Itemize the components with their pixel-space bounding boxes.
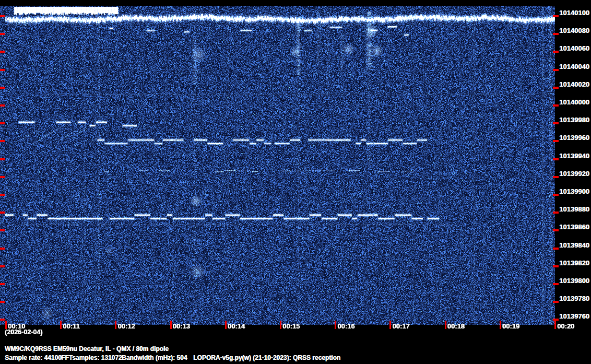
spectrogram-waterfall: [0, 0, 555, 325]
qrss-grabber-window: 1014010010140080101400601014004010140020…: [0, 0, 591, 364]
freq-tick-right: [553, 51, 559, 53]
time-axis-label: 00:14: [228, 322, 245, 330]
freq-tick-left: [0, 319, 5, 321]
freq-axis-label: 10139980: [559, 116, 589, 124]
freq-axis-label: 10140020: [559, 80, 589, 88]
time-axis-label: 00:20: [557, 322, 574, 330]
freq-axis-label: 10139920: [559, 170, 589, 178]
time-axis-label: 00:11: [63, 322, 80, 330]
fft-samples-label: FFTsamples: 131072: [61, 354, 122, 361]
time-tick: [60, 321, 62, 329]
freq-tick-left: [0, 283, 5, 285]
freq-tick-right: [553, 248, 559, 250]
freq-axis-label: 10140080: [559, 27, 589, 34]
time-tick: [335, 321, 336, 329]
time-tick: [280, 321, 281, 329]
time-axis-label: 00:19: [502, 322, 519, 330]
freq-tick-left: [0, 140, 5, 142]
freq-tick-left: [0, 122, 5, 124]
freq-tick-right: [553, 176, 559, 178]
freq-axis-label: 10140040: [559, 63, 589, 71]
freq-tick-left: [0, 265, 5, 267]
freq-tick-left: [0, 51, 5, 53]
time-axis-label: 00:12: [117, 322, 135, 330]
freq-axis-label: 10139760: [559, 312, 589, 320]
bandwidth-label: Bandwidth (mHz): 504: [122, 354, 187, 361]
freq-tick-left: [0, 194, 5, 196]
sample-rate-label: Sample rate: 44100: [5, 354, 62, 361]
freq-tick-left: [0, 69, 5, 71]
freq-axis-label: 10139940: [559, 152, 589, 160]
time-axis-label: 00:18: [447, 322, 465, 330]
time-tick: [5, 321, 7, 329]
freq-tick-left: [0, 301, 5, 303]
freq-tick-right: [553, 104, 559, 107]
freq-tick-left: [0, 176, 5, 178]
freq-tick-right: [553, 158, 559, 160]
time-tick: [170, 321, 172, 329]
freq-axis-label: 10139880: [559, 205, 589, 213]
freq-tick-left: [0, 158, 5, 160]
freq-axis-label: 10139780: [559, 295, 589, 302]
freq-axis-label: 10139820: [559, 259, 589, 267]
freq-tick-right: [553, 283, 559, 285]
freq-tick-left: [0, 33, 5, 35]
freq-tick-right: [553, 15, 559, 17]
freq-axis-label: 10139860: [559, 223, 589, 231]
freq-axis-label: 10139900: [559, 187, 589, 195]
freq-tick-left: [0, 212, 5, 214]
freq-tick-right: [553, 229, 559, 231]
freq-tick-left: [0, 248, 5, 250]
freq-tick-left: [0, 104, 5, 107]
station-info: WM9C/KQ9RSS EM59nu Decatur, IL - QMX / 8…: [5, 345, 169, 353]
freq-tick-left: [0, 229, 5, 231]
freq-tick-right: [553, 140, 559, 142]
time-tick: [500, 321, 501, 329]
freq-tick-right: [553, 301, 559, 303]
software-version-label: LOPORA-v5g.py(w) (21-10-2023): QRSS rece…: [193, 354, 340, 361]
time-tick: [389, 321, 391, 329]
freq-axis-label: 10140000: [559, 98, 589, 106]
freq-tick-right: [553, 69, 559, 71]
time-tick: [554, 321, 556, 329]
freq-tick-right: [553, 194, 559, 196]
freq-axis-label: 10139800: [559, 277, 589, 285]
freq-tick-right: [553, 122, 559, 124]
freq-tick-right: [553, 265, 559, 267]
time-tick: [225, 321, 227, 329]
freq-tick-right: [553, 212, 559, 214]
time-axis-label: 00:15: [282, 322, 300, 330]
freq-tick-right: [553, 33, 559, 35]
freq-tick-left: [0, 15, 5, 17]
time-tick: [115, 321, 116, 329]
freq-axis-label: 10139960: [559, 134, 589, 142]
time-axis-label: 00:16: [337, 322, 354, 330]
time-axis-label: 00:13: [173, 322, 190, 330]
time-axis-label: 00:17: [392, 322, 409, 330]
freq-axis-label: 10140060: [559, 44, 589, 52]
time-tick: [445, 321, 446, 329]
freq-tick-right: [553, 87, 559, 89]
freq-axis-label: 10139840: [559, 241, 589, 249]
freq-axis-label: 10140100: [559, 9, 589, 17]
date-label: (2026-02-04): [5, 328, 42, 336]
freq-tick-left: [0, 87, 5, 89]
